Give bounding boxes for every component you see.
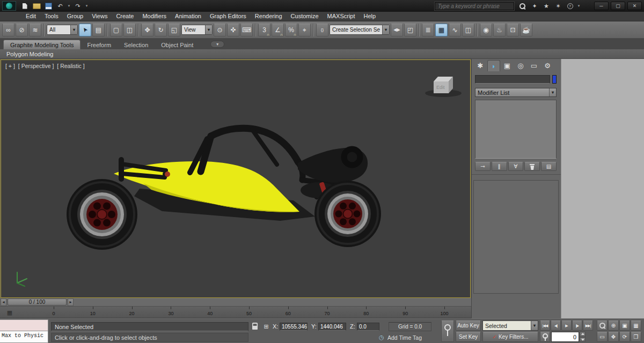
help-dropdown-caret-icon[interactable]: ▾ [576,2,581,11]
auto-key-button[interactable]: Auto Key [456,320,481,331]
show-end-result-icon[interactable]: ∥ [492,162,507,171]
set-key-mode-button[interactable]: Set Key [456,332,481,342]
menu-rendering[interactable]: Rendering [251,12,287,21]
menu-graph-editors[interactable]: Graph Editors [206,12,251,21]
set-keys-button[interactable] [441,320,454,342]
select-and-rotate-icon[interactable]: ↻ [155,24,167,36]
spinner-snap-toggle-icon[interactable]: ⌖ [298,24,311,36]
timeline-tick[interactable]: 90 [399,307,412,318]
timeline-tick[interactable]: 60 [282,307,295,318]
timeline-ruler[interactable]: ▦ 0102030405060708090100 [0,307,471,318]
tab-create-icon[interactable]: ✱ [474,60,487,71]
tab-hierarchy-icon[interactable]: ▣ [501,60,514,71]
layer-manager-icon[interactable]: ≣ [422,24,434,36]
select-and-manipulate-icon[interactable]: ✜ [227,24,239,36]
new-scene-icon[interactable] [19,2,30,11]
polygon-modeling-panel[interactable]: Polygon Modeling [6,51,53,57]
absolute-offset-mode-toggle-icon[interactable]: ⊞ [261,322,271,331]
timeline-tick[interactable]: 0 [47,307,60,318]
rear-wheel[interactable] [314,181,381,247]
window-crossing-toggle-icon[interactable]: ◫ [123,24,136,36]
unlink-selection-icon[interactable]: ⊘ [16,24,28,36]
time-slider-button[interactable]: 0 / 100 [8,299,67,305]
curve-editor-icon[interactable]: ∿ [449,24,461,36]
sign-in-icon[interactable]: ✦ [529,2,540,11]
named-selection-sets-dropdown[interactable]: Create Selection Se [330,25,390,35]
macro-recorder-field[interactable] [0,319,48,331]
timeline-tick[interactable]: 40 [203,307,216,318]
favorites-star-icon[interactable]: ★ [541,2,552,11]
tab-freeform[interactable]: Freeform [80,40,118,49]
z-coordinate-field[interactable]: 0.0 [357,323,379,331]
viewport-general-menu[interactable]: [ + ] [5,63,15,69]
communication-center-icon[interactable]: ✶ [553,2,564,11]
timeline-tick[interactable]: 80 [360,307,372,318]
next-frame-button[interactable]: |▶ [572,320,582,331]
buggy-model[interactable] [67,128,381,250]
viewport-pov-menu[interactable]: [ Perspective ] [18,63,54,69]
select-and-uniform-scale-icon[interactable]: ◱ [168,24,180,36]
frame-spinner[interactable] [580,332,586,342]
y-coordinate-field[interactable]: 1440.046 [318,323,346,331]
graphite-ribbon-toggle-icon[interactable]: ▦ [435,24,448,36]
bind-to-space-warp-icon[interactable]: ≋ [29,24,41,36]
render-production-icon[interactable]: ☕ [520,24,532,36]
minimize-button[interactable]: ─ [594,2,609,10]
redo-icon[interactable]: ↷ [72,2,83,11]
align-icon[interactable]: ◰ [404,24,416,36]
zoom-all-icon[interactable]: ⊕ [608,320,619,331]
next-frame-arrow-icon[interactable]: ▸ [68,299,74,306]
timeline-tick[interactable]: 10 [86,307,99,318]
help-icon[interactable]: ? [565,2,575,11]
selection-lock-toggle-icon[interactable] [250,322,260,331]
open-file-icon[interactable] [31,2,42,11]
menu-animation[interactable]: Animation [171,12,206,21]
angle-snap-toggle-icon[interactable]: ∠ [272,24,284,36]
front-wheel[interactable] [67,179,137,250]
select-and-link-icon[interactable]: ∞ [2,24,14,36]
viewport-canvas[interactable]: Edit [1,60,470,297]
undo-dropdown-caret-icon[interactable]: ▾ [67,2,71,11]
menu-create[interactable]: Create [112,12,138,21]
current-frame-field[interactable]: 0 [551,332,579,342]
menu-modifiers[interactable]: Modifiers [138,12,171,21]
timeline-tick[interactable]: 50 [243,307,255,318]
selection-filter-dropdown[interactable]: All [47,25,78,35]
save-file-icon[interactable] [43,2,54,11]
remove-modifier-icon[interactable] [524,162,540,171]
orbit-icon[interactable]: ⟳ [619,332,630,342]
previous-frame-button[interactable]: ◀| [551,320,561,331]
menu-tools[interactable]: Tools [40,12,63,21]
viewport-shading-menu[interactable]: [ Realistic ] [57,63,84,69]
previous-frame-arrow-icon[interactable]: ◂ [1,299,6,306]
maximize-button[interactable]: ▢ [611,2,625,10]
reference-coordinate-system-dropdown[interactable]: View [181,25,213,35]
infocenter-search-input[interactable] [435,2,514,10]
zoom-icon[interactable] [597,320,608,331]
pan-icon[interactable]: ✥ [608,332,619,342]
select-object-icon[interactable]: ➤ [79,24,91,36]
undo-icon[interactable]: ↶ [55,2,65,11]
timeline-tick[interactable]: 30 [164,307,177,318]
x-coordinate-field[interactable]: 10555.346 [280,323,308,331]
zoom-region-icon[interactable]: ▭ [597,332,608,342]
tab-modify-icon[interactable]: ◗ [487,60,500,71]
edit-named-selection-sets-icon[interactable]: {} [316,24,328,36]
ribbon-display-options-icon[interactable] [210,41,224,48]
menu-group[interactable]: Group [63,12,88,21]
rectangular-selection-region-icon[interactable]: ▢ [110,24,122,36]
timeline-tick[interactable]: 70 [321,307,334,318]
key-selection-set-dropdown[interactable]: Selected [482,320,538,331]
select-and-move-icon[interactable]: ✥ [141,24,153,36]
play-button[interactable]: ▶ [561,320,572,331]
rendered-frame-window-icon[interactable]: ⊡ [507,24,519,36]
close-button[interactable]: ✕ [627,2,642,10]
zoom-extents-icon[interactable]: ▣ [619,320,630,331]
zoom-extents-all-icon[interactable]: ▦ [631,320,641,331]
use-pivot-point-center-icon[interactable]: ⊙ [214,24,226,36]
add-time-tag[interactable]: Add Time Tag [387,334,422,341]
menu-views[interactable]: Views [87,12,112,21]
menu-customize[interactable]: Customize [287,12,323,21]
select-by-name-icon[interactable]: ▤ [92,24,105,36]
tab-object-paint[interactable]: Object Paint [155,40,200,49]
